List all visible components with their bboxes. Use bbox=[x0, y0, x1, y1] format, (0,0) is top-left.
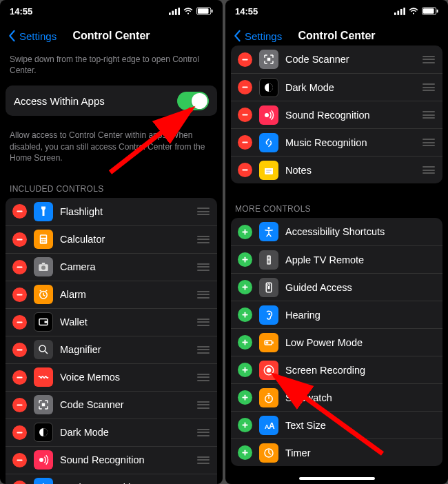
control-row-stopwatch[interactable]: Stopwatch bbox=[231, 383, 442, 411]
control-row-lowpower[interactable]: Low Power Mode bbox=[231, 328, 442, 356]
svg-point-57 bbox=[267, 227, 269, 229]
drag-handle-icon[interactable] bbox=[196, 236, 210, 243]
control-row-sound[interactable]: Sound Recognition bbox=[231, 101, 442, 128]
remove-button[interactable] bbox=[12, 315, 27, 330]
control-label: Dark Mode bbox=[60, 427, 190, 438]
control-row-darkmode[interactable]: Dark Mode bbox=[6, 419, 217, 446]
control-row-record[interactable]: Screen Recording bbox=[231, 356, 442, 383]
svg-rect-80 bbox=[242, 397, 247, 399]
control-row-guided[interactable]: Guided Access bbox=[231, 273, 442, 301]
add-button[interactable] bbox=[238, 445, 252, 460]
svg-rect-38 bbox=[397, 10, 399, 14]
drag-handle-icon[interactable] bbox=[196, 208, 210, 215]
remove-button[interactable] bbox=[238, 80, 252, 94]
remove-button[interactable] bbox=[12, 370, 27, 385]
drag-handle-icon[interactable] bbox=[196, 374, 210, 381]
codescanner-icon bbox=[259, 50, 278, 69]
drag-handle-icon[interactable] bbox=[196, 319, 210, 326]
add-button[interactable] bbox=[238, 252, 252, 267]
remove-button[interactable] bbox=[12, 343, 27, 357]
description-2: Allow access to Control Center within ap… bbox=[0, 125, 223, 173]
remove-button[interactable] bbox=[12, 453, 27, 467]
add-button[interactable] bbox=[238, 280, 252, 294]
drag-handle-icon[interactable] bbox=[422, 83, 436, 91]
section-more: MORE CONTROLS bbox=[225, 193, 448, 218]
drag-handle-icon[interactable] bbox=[196, 429, 210, 436]
control-row-codescanner[interactable]: Code Scanner bbox=[6, 391, 217, 419]
drag-handle-icon[interactable] bbox=[196, 346, 210, 354]
add-button[interactable] bbox=[238, 307, 252, 322]
svg-rect-46 bbox=[242, 87, 247, 88]
remove-button[interactable] bbox=[12, 204, 27, 219]
drag-handle-icon[interactable] bbox=[422, 139, 436, 146]
control-row-shazam[interactable]: Music Recognition bbox=[6, 474, 217, 484]
add-button[interactable] bbox=[238, 363, 252, 377]
svg-rect-37 bbox=[394, 12, 396, 15]
svg-point-13 bbox=[44, 239, 45, 241]
access-switch[interactable] bbox=[177, 92, 209, 110]
remove-button[interactable] bbox=[238, 52, 252, 67]
access-within-apps-row[interactable]: Access Within Apps bbox=[6, 85, 217, 116]
svg-rect-62 bbox=[268, 260, 270, 263]
control-row-timer[interactable]: Timer bbox=[231, 438, 442, 466]
control-row-notes[interactable]: Notes bbox=[231, 156, 442, 183]
drag-handle-icon[interactable] bbox=[196, 456, 210, 464]
control-row-magnifier[interactable]: Magnifier bbox=[6, 336, 217, 363]
svg-rect-42 bbox=[423, 8, 434, 13]
nav-header: Settings Control Center bbox=[225, 22, 448, 50]
add-button[interactable] bbox=[238, 335, 252, 350]
add-button[interactable] bbox=[238, 390, 252, 405]
add-button[interactable] bbox=[238, 418, 252, 432]
status-bar: 14:55 bbox=[0, 0, 223, 22]
guided-icon bbox=[259, 278, 278, 297]
control-row-camera[interactable]: Camera bbox=[6, 253, 217, 281]
drag-handle-icon[interactable] bbox=[196, 291, 210, 299]
magnifier-icon bbox=[34, 340, 53, 359]
remove-button[interactable] bbox=[12, 260, 27, 274]
drag-handle-icon[interactable] bbox=[422, 166, 436, 174]
control-row-sound[interactable]: Sound Recognition bbox=[6, 446, 217, 474]
svg-rect-54 bbox=[265, 166, 273, 168]
control-row-shazam[interactable]: Music Recognition bbox=[231, 128, 442, 156]
back-button[interactable]: Settings bbox=[6, 30, 57, 42]
svg-rect-71 bbox=[242, 342, 247, 343]
control-row-calculator[interactable]: Calculator bbox=[6, 225, 217, 253]
flashlight-icon bbox=[34, 202, 53, 221]
remove-button[interactable] bbox=[12, 232, 27, 247]
remove-button[interactable] bbox=[238, 135, 252, 150]
home-indicator[interactable] bbox=[299, 477, 375, 480]
control-row-alarm[interactable]: Alarm bbox=[6, 281, 217, 308]
control-row-tvremote[interactable]: Apple TV Remote bbox=[231, 245, 442, 273]
drag-handle-icon[interactable] bbox=[422, 56, 436, 63]
remove-button[interactable] bbox=[238, 108, 252, 122]
svg-rect-6 bbox=[212, 10, 213, 13]
control-row-hearing[interactable]: Hearing bbox=[231, 301, 442, 328]
svg-point-14 bbox=[41, 241, 43, 243]
drag-handle-icon[interactable] bbox=[422, 111, 436, 119]
control-row-darkmode[interactable]: Dark Mode bbox=[231, 73, 442, 101]
remove-button[interactable] bbox=[12, 288, 27, 302]
remove-button[interactable] bbox=[12, 425, 27, 440]
control-label: Calculator bbox=[60, 234, 190, 245]
control-row-textsize[interactable]: AAText Size bbox=[231, 411, 442, 438]
control-row-voicememos[interactable]: Voice Memos bbox=[6, 363, 217, 391]
remove-button[interactable] bbox=[12, 481, 27, 484]
control-row-wallet[interactable]: Wallet bbox=[6, 308, 217, 336]
back-button[interactable]: Settings bbox=[231, 30, 282, 42]
svg-rect-7 bbox=[17, 211, 22, 212]
drag-handle-icon[interactable] bbox=[196, 401, 210, 409]
remove-button[interactable] bbox=[12, 398, 27, 412]
drag-handle-icon[interactable] bbox=[196, 263, 210, 271]
control-row-accessibility[interactable]: Accessibility Shortcuts bbox=[231, 218, 442, 245]
chevron-left-icon bbox=[6, 30, 18, 42]
control-row-flashlight[interactable]: Flashlight bbox=[6, 198, 217, 225]
scroll-right[interactable]: Code ScannerDark ModeSound RecognitionMu… bbox=[225, 46, 448, 484]
description-1: Swipe down from the top-right edge to op… bbox=[0, 50, 223, 85]
remove-button[interactable] bbox=[238, 163, 252, 177]
svg-rect-50 bbox=[242, 142, 247, 143]
control-row-codescanner[interactable]: Code Scanner bbox=[231, 46, 442, 73]
wifi-icon bbox=[408, 8, 419, 15]
add-button[interactable] bbox=[238, 225, 252, 239]
svg-rect-48 bbox=[242, 114, 247, 116]
scroll-left[interactable]: Swipe down from the top-right edge to op… bbox=[0, 50, 223, 484]
